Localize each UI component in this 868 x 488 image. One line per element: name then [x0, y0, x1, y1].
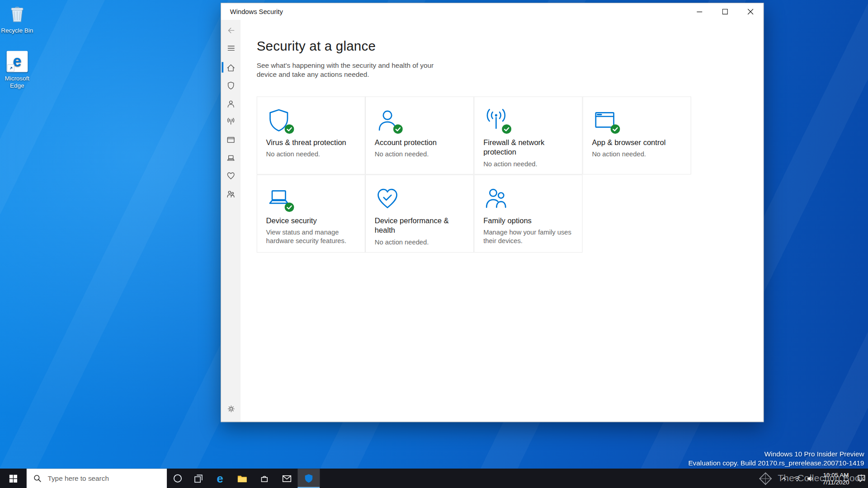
- person-icon: [226, 99, 236, 108]
- tile-account-protection[interactable]: Account protection No action needed.: [365, 96, 474, 174]
- tile-title: Firewall & network protection: [483, 138, 573, 157]
- search-input[interactable]: [47, 474, 167, 483]
- app-sidebar: [221, 20, 241, 422]
- check-badge-icon: [284, 202, 294, 212]
- tile-status: No action needed.: [375, 238, 465, 247]
- tile-app-browser-control[interactable]: App & browser control No action needed.: [583, 96, 691, 174]
- windows-logo-icon: [9, 474, 18, 483]
- task-view-icon: [194, 474, 203, 483]
- tile-status: View status and manage hardware security…: [266, 228, 356, 245]
- taskbar-mail-button[interactable]: [275, 469, 297, 488]
- tile-virus-threat-protection[interactable]: Virus & threat protection No action need…: [257, 96, 365, 174]
- tile-title: Family options: [483, 216, 573, 225]
- laptop-icon: [226, 153, 236, 163]
- page-subtitle: See what's happening with the security a…: [257, 61, 440, 79]
- window-titlebar[interactable]: Windows Security: [221, 3, 763, 20]
- sidebar-item-account-protection[interactable]: [221, 96, 241, 111]
- settings-button[interactable]: [221, 402, 241, 416]
- maximize-button[interactable]: [712, 3, 738, 20]
- sidebar-item-device-security[interactable]: [221, 150, 241, 165]
- taskbar-windows-security-button[interactable]: [297, 469, 320, 488]
- tile-status: Manage how your family uses their device…: [483, 228, 573, 245]
- chevron-up-icon: [780, 475, 787, 482]
- edge-icon: e: [217, 473, 223, 484]
- action-center-icon: [857, 474, 866, 483]
- check-badge-icon: [284, 124, 294, 134]
- taskbar-clock[interactable]: 10:05 AM 7/11/2020: [817, 469, 854, 488]
- build-watermark-line2: Evaluation copy. Build 20170.rs_prerelea…: [688, 459, 864, 468]
- shield-icon: [266, 108, 292, 133]
- tray-network-button[interactable]: [790, 469, 803, 488]
- cortana-icon: [173, 474, 182, 483]
- tile-status: No action needed.: [375, 150, 465, 159]
- tile-title: Device security: [266, 216, 356, 225]
- sidebar-item-home[interactable]: [221, 61, 241, 75]
- minimize-button[interactable]: [687, 3, 712, 20]
- start-button[interactable]: [0, 469, 27, 488]
- main-content: Security at a glance See what's happenin…: [241, 20, 763, 422]
- tile-status: No action needed.: [266, 150, 356, 159]
- screen: Recycle Bin e Microsoft Edge Windows Sec…: [0, 0, 868, 488]
- tile-title: App & browser control: [592, 138, 682, 147]
- wifi-icon: [793, 474, 801, 482]
- home-icon: [226, 63, 236, 72]
- security-shield-icon: [304, 474, 313, 483]
- task-view-button[interactable]: [188, 469, 209, 488]
- person-icon: [375, 108, 400, 133]
- taskbar-store-button[interactable]: [253, 469, 275, 488]
- desktop-icon-microsoft-edge[interactable]: e Microsoft Edge: [0, 51, 34, 89]
- tile-status: No action needed.: [592, 150, 682, 159]
- hamburger-icon: [226, 44, 236, 53]
- app-window-icon: [592, 108, 617, 133]
- tray-volume-button[interactable]: [804, 469, 817, 488]
- laptop-icon: [266, 186, 292, 211]
- cortana-button[interactable]: [167, 469, 188, 488]
- shortcut-arrow-icon: [7, 64, 14, 71]
- tile-status: No action needed.: [483, 160, 573, 169]
- store-icon: [260, 474, 269, 483]
- clock-date: 7/11/2020: [822, 479, 849, 486]
- family-icon: [226, 189, 236, 199]
- heart-icon: [375, 186, 400, 211]
- security-tile-grid: Virus & threat protection No action need…: [257, 96, 764, 253]
- app-window-icon: [226, 135, 236, 145]
- menu-button[interactable]: [221, 41, 241, 56]
- taskbar-search-box[interactable]: [27, 469, 167, 488]
- recycle-bin-icon: [6, 3, 28, 25]
- tile-title: Device performance & health: [375, 216, 465, 235]
- taskbar-file-explorer-button[interactable]: [231, 469, 253, 488]
- build-watermark: Windows 10 Pro Insider Preview Evaluatio…: [688, 450, 864, 468]
- close-button[interactable]: [738, 3, 763, 20]
- window-title: Windows Security: [230, 8, 283, 15]
- taskbar: e 10:05 AM 7/11/2020: [0, 469, 868, 488]
- desktop-icon-label: Recycle Bin: [0, 27, 34, 34]
- clock-time: 10:05 AM: [823, 471, 849, 479]
- speaker-icon: [807, 474, 814, 482]
- check-badge-icon: [393, 124, 403, 134]
- sidebar-item-firewall-network[interactable]: [221, 114, 241, 129]
- page-title: Security at a glance: [257, 38, 764, 54]
- family-icon: [483, 186, 509, 211]
- action-center-button[interactable]: [855, 469, 868, 488]
- tile-family-options[interactable]: Family options Manage how your family us…: [474, 174, 582, 253]
- sidebar-item-device-performance[interactable]: [221, 169, 241, 183]
- heart-icon: [226, 171, 236, 180]
- tile-firewall-network-protection[interactable]: Firewall & network protection No action …: [474, 96, 582, 174]
- tile-title: Account protection: [375, 138, 465, 147]
- mail-icon: [282, 474, 291, 482]
- taskbar-edge-button[interactable]: e: [209, 469, 231, 488]
- check-badge-icon: [610, 124, 620, 134]
- tray-show-hidden-icons-button[interactable]: [777, 469, 790, 488]
- desktop-icon-recycle-bin[interactable]: Recycle Bin: [0, 3, 34, 34]
- shield-icon: [226, 80, 236, 90]
- tile-device-performance-health[interactable]: Device performance & health No action ne…: [365, 174, 474, 253]
- tile-device-security[interactable]: Device security View status and manage h…: [257, 174, 365, 253]
- gear-icon: [226, 404, 236, 413]
- sidebar-item-family-options[interactable]: [221, 187, 241, 201]
- edge-tile-icon: e: [6, 51, 28, 73]
- sidebar-item-virus-threat-protection[interactable]: [221, 78, 241, 93]
- sidebar-item-app-browser-control[interactable]: [221, 132, 241, 147]
- check-badge-icon: [502, 124, 512, 134]
- windows-security-window: Windows Security: [221, 3, 764, 422]
- back-button[interactable]: [221, 23, 241, 38]
